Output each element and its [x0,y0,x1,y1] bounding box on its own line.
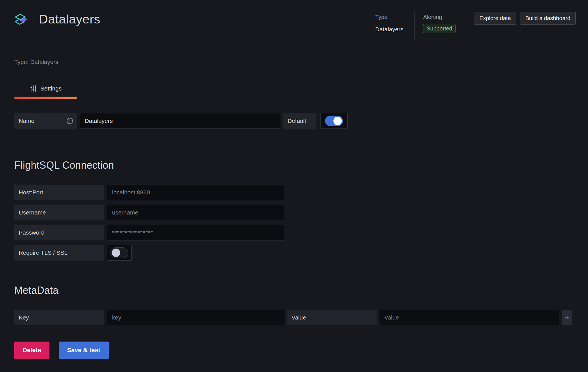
password-label: Password [19,229,44,236]
sliders-icon [30,85,37,92]
explore-data-button[interactable]: Explore data [474,12,516,25]
info-icon[interactable]: i [67,118,73,124]
save-test-button[interactable]: Save & test [59,342,109,359]
key-input[interactable] [107,310,284,325]
type-label: Type [375,13,403,21]
alerting-supported-badge: Supported [423,24,456,33]
username-row: Username [14,205,576,220]
alerting-label: Alerting [423,13,456,21]
username-label: Username [19,209,46,216]
username-input[interactable] [107,205,284,220]
header-actions: Explore data Build a dashboard [470,12,576,25]
tls-toggle-box [107,245,132,261]
datalayers-logo-icon [14,12,29,27]
tls-label-box: Require TLS / SSL [14,245,104,261]
username-label-box: Username [14,205,104,220]
value-label: Value [291,314,306,321]
key-label: Key [19,314,29,321]
tls-row: Require TLS / SSL [14,245,576,261]
header-title-group: Datalayers [14,11,100,27]
name-input[interactable] [80,113,280,129]
page-header: Datalayers Type Datalayers Alerting Supp… [14,11,576,41]
tab-settings-label: Settings [41,85,62,92]
hostport-label-box: Host:Port [14,185,104,200]
add-metadata-button[interactable]: + [562,310,572,325]
default-label: Default [288,118,306,124]
tab-settings[interactable]: Settings [14,85,77,98]
hostport-row: Host:Port [14,185,576,200]
key-label-box: Key [14,310,104,325]
type-value: Datalayers [375,26,403,33]
password-label-box: Password [14,225,104,240]
password-input[interactable] [107,225,284,240]
delete-button[interactable]: Delete [14,342,49,359]
name-row: Name i Default [14,113,576,129]
datasource-settings-page: Datalayers Type Datalayers Alerting Supp… [0,0,588,372]
meta-type: Type Datalayers [375,13,403,33]
default-label-box: Default [283,113,316,129]
toggle-knob [333,117,342,125]
name-label-box: Name i [14,113,77,129]
value-input[interactable] [380,310,559,325]
default-toggle-box [320,113,348,129]
tab-bar: Settings [14,85,574,98]
datasource-type-subtitle: Type: Datalayers [14,59,576,65]
hostport-label: Host:Port [19,189,43,196]
header-meta-group: Type Datalayers Alerting Supported Explo… [375,11,576,41]
footer-actions: Delete Save & test [14,342,576,359]
page-title: Datalayers [39,12,100,27]
value-label-box: Value [287,310,377,325]
meta-alerting: Alerting Supported [423,13,456,33]
name-label: Name [19,118,34,124]
metadata-heading: MetaData [14,285,576,296]
password-row: Password [14,225,576,240]
header-divider [414,12,415,41]
hostport-input[interactable] [107,185,284,200]
default-toggle[interactable] [325,116,343,126]
connection-heading: FlightSQL Connection [14,159,576,171]
tls-label: Require TLS / SSL [19,249,68,256]
metadata-row: Key Value + [14,310,576,325]
toggle-knob [112,249,120,257]
tls-toggle[interactable] [110,247,128,258]
build-dashboard-button[interactable]: Build a dashboard [520,12,576,25]
